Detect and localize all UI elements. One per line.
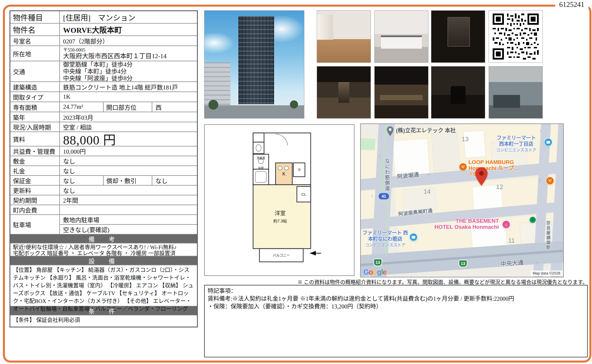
special-notes-line2: ・保険：保険要加入（要確認）・カギ交換費用：13,200円（契約時） bbox=[208, 303, 584, 310]
block-number-11: 11 bbox=[508, 237, 515, 244]
row-label: 間取タイプ bbox=[10, 92, 60, 102]
road-label-chuo-odori: 中央大通 bbox=[500, 258, 524, 268]
road-arrow: → bbox=[425, 171, 430, 177]
photo-tower bbox=[238, 16, 274, 104]
photo-cloud bbox=[204, 32, 234, 54]
block-number-12: 12 bbox=[496, 183, 503, 191]
north-arrow bbox=[310, 251, 316, 256]
bathroom-label: 浴室 bbox=[258, 166, 264, 170]
map-building bbox=[393, 139, 430, 176]
road-label-naraya: 奈良屋横堀筋 bbox=[545, 221, 551, 250]
qr-code-svg bbox=[493, 14, 539, 60]
building-exterior-photo bbox=[204, 10, 304, 119]
row-value: 2023年03月 bbox=[60, 112, 197, 122]
row-label: 賃料 bbox=[10, 132, 60, 146]
entrance-hall-photo bbox=[317, 66, 371, 119]
entrance-exterior-photo bbox=[489, 66, 543, 119]
row-label: 物件名 bbox=[10, 24, 60, 35]
row-value: なし bbox=[60, 156, 197, 165]
rent-value: 88,000 円 bbox=[60, 132, 197, 146]
poi-line: コンビニエンスストア bbox=[496, 147, 536, 153]
poi-label-tachibana: (株)立花エレテック 本社 bbox=[396, 127, 456, 134]
poi-line: THE BASEMENT bbox=[434, 218, 499, 224]
row-value: [住居用] マンション bbox=[60, 11, 197, 23]
row-label: 保証金 bbox=[10, 176, 60, 185]
row-value bbox=[60, 205, 197, 214]
poi-line: LOOP HAMBURG bbox=[468, 159, 519, 165]
table-row-rent: 賃料 88,000 円 bbox=[10, 132, 197, 146]
workspace-photo bbox=[374, 66, 428, 119]
washroom-label: 洗面室 bbox=[257, 156, 265, 160]
row-label: 交通 bbox=[10, 61, 60, 81]
photo-low-building bbox=[204, 62, 230, 106]
table-row: 更新料 なし bbox=[10, 186, 197, 195]
convenience-store-icon bbox=[544, 138, 553, 146]
road-arrow: ↑ bbox=[371, 193, 373, 199]
row-label2: 開口部方位 bbox=[103, 102, 152, 112]
postal-code: 〒550-0005 bbox=[63, 47, 85, 52]
table-row: 物件名 WORVE大阪本町 bbox=[10, 24, 197, 36]
destination-pin bbox=[475, 167, 488, 186]
table-row: 物件種目 [住居用] マンション bbox=[10, 11, 197, 24]
table-row: 礼金 なし bbox=[10, 166, 197, 176]
table-row: 建築構造 鉄筋コンクリート造 地上14階 総戸数181戸 bbox=[10, 82, 197, 92]
row-label: 敷金 bbox=[10, 156, 60, 165]
road-arrow: ↑ bbox=[539, 128, 542, 134]
property-table: 物件種目 [住居用] マンション 物件名 WORVE大阪本町 号室名 0207（… bbox=[10, 10, 198, 327]
table-row: 交通 御堂筋線「本町」徒歩4分 中央線「本町」徒歩4分 中央線「阿波座」徒歩8分 bbox=[10, 61, 197, 82]
road-arrow: ↓ bbox=[378, 153, 381, 159]
route-shield-13: 13 bbox=[373, 259, 382, 266]
balcony-label: バルコニー bbox=[273, 254, 290, 258]
fridge-label: 冷 bbox=[298, 168, 301, 171]
table-row: 町内会費 bbox=[10, 205, 197, 215]
equipment-text: 【位置】 角部屋 【キッチン】 給湯器（ガス）・ガスコンロ（2口）・システムキッ… bbox=[10, 265, 197, 306]
row-label: 更新料 bbox=[10, 186, 60, 195]
row-value: なし bbox=[60, 176, 103, 185]
map[interactable]: → ↓ ↑ ↑ ↑ → なにわ筋側道 阿波堀通 阿波座奥美町通 中央大通 奈良屋… bbox=[360, 123, 564, 277]
sink-icon bbox=[284, 166, 289, 170]
parking-line1: 敷地内駐車場 bbox=[60, 215, 197, 225]
map-park bbox=[360, 138, 375, 150]
stove-icon bbox=[278, 166, 282, 170]
table-row: 契約期間 2年間 bbox=[10, 195, 197, 205]
remarks-header: 備 考 bbox=[10, 235, 197, 243]
store-glyph bbox=[412, 236, 415, 239]
document-number: 6125241 bbox=[555, 1, 589, 9]
restaurant-icon: Ψ bbox=[459, 163, 467, 171]
convenience-store-icon bbox=[409, 233, 418, 241]
table-row: 共益費・管理費 10,000円 bbox=[10, 146, 197, 156]
poi-label-familymart2: ファミリーマート 西 本町なにわ筋店 コンビニエンスストア bbox=[363, 230, 408, 248]
green-poi-dot bbox=[532, 219, 534, 221]
poi-line: コンビニエンスストア bbox=[363, 242, 408, 248]
main-room-label: 洋室 bbox=[275, 210, 286, 216]
row-label: 物件種目 bbox=[10, 11, 60, 23]
gray-map-pin bbox=[387, 126, 394, 136]
road-label-naniwa-side: なにわ筋側道 bbox=[383, 159, 390, 191]
special-notes-title: 特記事項： bbox=[208, 287, 584, 295]
row-value: 〒550-0005 大阪府大阪市西区西本町１丁目12-14 bbox=[60, 46, 197, 61]
poi-line: ファミリーマート 西 bbox=[363, 230, 408, 236]
table-row: 号室名 0207（2階部分） bbox=[10, 36, 197, 46]
google-logo: Google bbox=[363, 268, 386, 276]
table-row: 保証金 なし 償却・敷引 なし bbox=[10, 176, 197, 186]
green-poi-icon bbox=[529, 216, 536, 224]
row-label: 建築構造 bbox=[10, 82, 60, 92]
kitchen-label: K bbox=[282, 171, 286, 176]
kitchen-photo bbox=[374, 10, 428, 63]
poi-label-familymart1: ファミリーマート 西本町一丁目店 コンビニエンスストア bbox=[496, 135, 536, 153]
row-value: 10,000円 bbox=[60, 146, 197, 156]
row-label2: 償却・敷引 bbox=[103, 176, 152, 185]
row-label: 現況/入居時期 bbox=[10, 122, 60, 132]
table-row: 所在地 〒550-0005 大阪府大阪市西区西本町１丁目12-14 bbox=[10, 46, 197, 61]
poi-line: HOTEL Osaka Honmachi bbox=[434, 224, 499, 230]
row-label: 共益費・管理費 bbox=[10, 146, 60, 156]
qr-code bbox=[489, 10, 543, 63]
block-number-13: 13 bbox=[462, 136, 468, 143]
table-row: 築年 2023年03月 bbox=[10, 112, 197, 122]
restaurant-icon: Ψ bbox=[546, 176, 554, 185]
poi-label-basement-hotel: THE BASEMENT HOTEL Osaka Honmachi bbox=[434, 218, 499, 230]
road-arrow: → bbox=[534, 259, 539, 265]
map-attribution: Map data ©2026 bbox=[531, 270, 562, 276]
hotel-icon: ⌂ bbox=[502, 220, 511, 229]
row-label: 契約期間 bbox=[10, 195, 60, 205]
